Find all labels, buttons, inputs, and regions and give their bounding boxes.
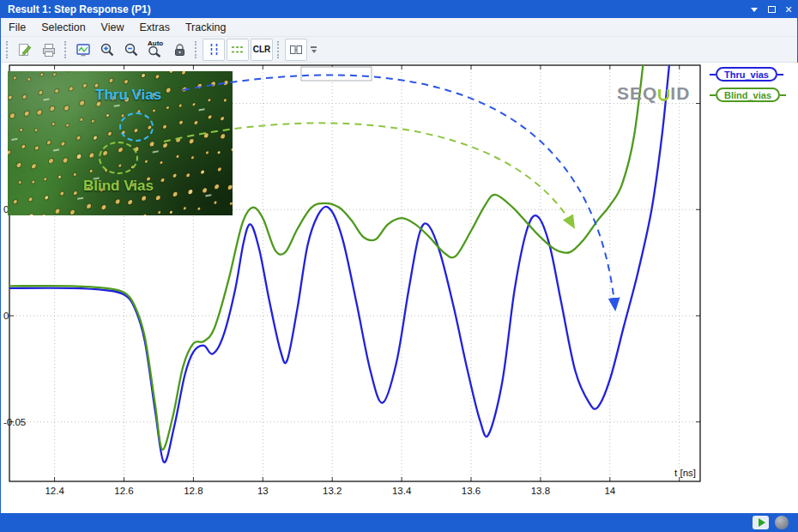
x-tick-label: 13 bbox=[257, 486, 269, 496]
logo-prefix: SEQ bbox=[617, 83, 657, 104]
blind-vias-photo-label: Blind Vias bbox=[83, 178, 154, 195]
clear-cursors-button[interactable]: CLR bbox=[251, 39, 273, 61]
lock-button[interactable] bbox=[168, 39, 190, 61]
show-traces-button[interactable] bbox=[72, 39, 94, 61]
toolbar-grip bbox=[64, 41, 68, 58]
toolbar: Auto CLR bbox=[1, 37, 797, 63]
lock-icon bbox=[172, 42, 187, 57]
print-button[interactable] bbox=[38, 39, 60, 61]
toolbar-overflow-button[interactable] bbox=[311, 46, 317, 53]
window-controls: × bbox=[746, 1, 797, 18]
y-tick-label: 0 bbox=[3, 311, 9, 321]
legend-item-blind-vias[interactable]: Blind_vias bbox=[710, 88, 786, 102]
x-tick-label: 12.6 bbox=[114, 486, 133, 496]
maximize-icon bbox=[768, 6, 776, 13]
toolbar-grip bbox=[277, 41, 281, 58]
logo-suffix: ID bbox=[670, 83, 690, 104]
play-button[interactable] bbox=[753, 516, 769, 529]
maximize-button[interactable] bbox=[763, 1, 780, 18]
toolbar-grip bbox=[195, 41, 198, 58]
x-tick-label: 14 bbox=[604, 486, 615, 496]
vertical-cursors-button[interactable] bbox=[203, 39, 225, 61]
thru-vias-circle bbox=[119, 112, 154, 142]
zoom-out-button[interactable] bbox=[120, 39, 142, 61]
horizontal-cursors-icon bbox=[230, 42, 245, 57]
zoom-out-icon bbox=[124, 42, 139, 57]
horizontal-cursors-button[interactable] bbox=[227, 39, 249, 61]
play-icon bbox=[759, 518, 765, 527]
zoom-in-button[interactable] bbox=[96, 39, 118, 61]
vertical-cursors-icon bbox=[206, 42, 221, 57]
chart-area: 12.412.612.81313.213.413.613.8140.050-0.… bbox=[1, 63, 798, 513]
overflow-chevron-icon bbox=[311, 50, 317, 53]
edit-button[interactable] bbox=[14, 39, 36, 61]
close-button[interactable]: × bbox=[780, 1, 797, 18]
legend-lead-line bbox=[710, 74, 716, 76]
print-icon bbox=[41, 42, 57, 57]
zoom-auto-label: Auto bbox=[148, 39, 163, 47]
x-tick-label: 12.4 bbox=[45, 486, 64, 496]
titlebar: Result 1: Step Response (P1) × bbox=[1, 1, 797, 18]
x-tick-label: 13.2 bbox=[323, 486, 342, 496]
close-icon: × bbox=[785, 3, 792, 15]
legend-lead-line bbox=[710, 94, 716, 96]
menubar: FileSelectionViewExtrasTracking bbox=[1, 18, 797, 37]
pin-button[interactable] bbox=[746, 1, 763, 18]
blind-vias-circle bbox=[99, 142, 138, 174]
scale-annotation-box bbox=[301, 67, 372, 81]
monitor-trace-icon bbox=[76, 42, 91, 57]
chevron-down-icon bbox=[751, 8, 758, 12]
status-indicator bbox=[775, 516, 789, 529]
app-window: Result 1: Step Response (P1) × FileSelec… bbox=[0, 0, 798, 532]
logo-u-icon bbox=[658, 89, 669, 101]
zoom-in-icon bbox=[100, 42, 115, 57]
menu-view[interactable]: View bbox=[94, 18, 132, 36]
legend-lead-line bbox=[777, 74, 783, 76]
sequid-logo: SEQ ID bbox=[617, 83, 690, 104]
thru-vias-photo-label: Thru Vias bbox=[95, 87, 161, 104]
clear-cursors-label: CLR bbox=[253, 45, 271, 54]
y-tick-label: -0.05 bbox=[3, 417, 26, 427]
legend-label-blind-vias: Blind_vias bbox=[716, 88, 780, 102]
x-tick-label: 13.8 bbox=[531, 486, 550, 496]
x-tick-label: 13.4 bbox=[392, 486, 412, 496]
x-tick-label: 12.8 bbox=[184, 486, 203, 496]
split-view-icon bbox=[288, 42, 304, 57]
x-axis-label: t [ns] bbox=[674, 468, 696, 478]
split-view-button[interactable] bbox=[285, 39, 307, 61]
statusbar bbox=[1, 513, 797, 532]
x-tick-label: 13.6 bbox=[462, 486, 481, 496]
pcb-photo-inset: Thru Vias Blind Vias bbox=[8, 71, 233, 215]
legend-lead-line bbox=[780, 94, 786, 96]
menu-tracking[interactable]: Tracking bbox=[178, 18, 233, 36]
menu-file[interactable]: File bbox=[1, 18, 33, 36]
toolbar-grip bbox=[6, 41, 9, 58]
edit-icon bbox=[17, 42, 33, 57]
overflow-bar-icon bbox=[311, 46, 317, 48]
menu-selection[interactable]: Selection bbox=[33, 18, 93, 36]
zoom-auto-button[interactable]: Auto bbox=[144, 39, 166, 61]
legend-label-thru-vias: Thru_vias bbox=[716, 67, 777, 82]
menu-extras[interactable]: Extras bbox=[131, 18, 177, 36]
window-title: Result 1: Step Response (P1) bbox=[1, 3, 151, 15]
legend: Thru_viasBlind_vias bbox=[710, 67, 786, 102]
legend-item-thru-vias[interactable]: Thru_vias bbox=[710, 67, 786, 82]
